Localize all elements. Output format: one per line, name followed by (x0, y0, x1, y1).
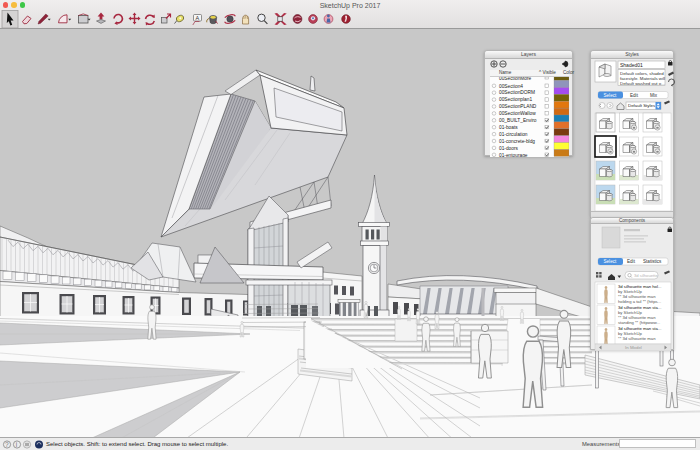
svg-text:** 3d silhouette man: ** 3d silhouette man (618, 336, 656, 341)
svg-text:00Section4: 00Section4 (499, 83, 523, 88)
svg-text:01-entourage: 01-entourage (499, 152, 528, 157)
svg-text:01-circulation: 01-circulation (499, 131, 528, 136)
svg-text:Default washed out o...: Default washed out o... (620, 81, 665, 86)
svg-text:A: A (196, 15, 200, 21)
svg-text:Edit: Edit (627, 259, 636, 264)
svg-text:Edit: Edit (630, 93, 639, 98)
svg-text:00SectionPLAND: 00SectionPLAND (499, 104, 537, 109)
svg-text:holding a tail ** (https...: holding a tail ** (https... (618, 299, 661, 304)
svg-text:00_BUILT_Enviro: 00_BUILT_Enviro (499, 118, 537, 123)
svg-text:00SectionMore: 00SectionMore (499, 77, 532, 81)
svg-text:Statistics: Statistics (643, 259, 662, 264)
svg-text:In Model: In Model (625, 345, 642, 350)
svg-text:01-doors: 01-doors (499, 145, 519, 150)
svg-text:00SectionWallow: 00SectionWallow (499, 111, 536, 116)
svg-text:01-concrete-bldg: 01-concrete-bldg (499, 138, 535, 143)
svg-text:00Sectionplan1: 00Sectionplan1 (499, 97, 532, 102)
svg-text:Select: Select (604, 259, 617, 264)
svg-text:?: ? (5, 441, 9, 448)
svg-text:01-boats: 01-boats (499, 124, 518, 129)
svg-text:Shaded01: Shaded01 (620, 62, 643, 68)
svg-text:standing ** (http​www...: standing ** (http​www... (618, 320, 660, 325)
svg-text:Select: Select (604, 93, 617, 98)
svg-text:3d silhouette: 3d silhouette (634, 273, 658, 278)
svg-text:i: i (16, 441, 17, 448)
svg-text:00SectionDORM: 00SectionDORM (499, 90, 535, 95)
svg-text:Mix: Mix (650, 93, 658, 98)
